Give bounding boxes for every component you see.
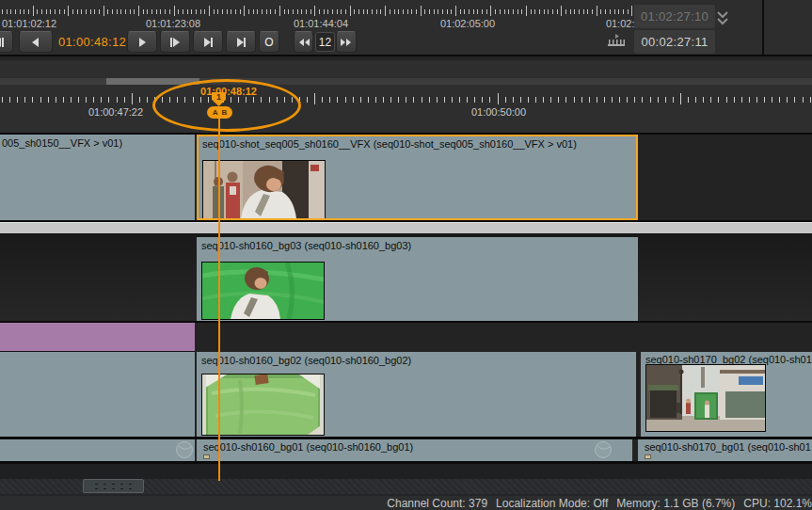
top-ruler-ticks[interactable] [0,6,661,17]
track-separator-band[interactable] [0,222,812,235]
clip-label: seq010-sh0160_bg01 (seq010-sh0160_bg01) [203,441,413,453]
track-v2: seq010-sh0160_bg02 (seq010-sh0160_bg02) [0,352,812,437]
timeline-ruler-label: 01:00:50:00 [458,106,539,118]
step-backwards-icon [297,37,310,48]
step-frames-field[interactable]: 12 [315,32,335,52]
play-icon [135,36,149,49]
clip-sh0170-bg01[interactable]: seq010-sh0170_bg01 (seq010-sh01 [638,439,812,461]
purple-clip[interactable] [0,323,195,352]
top-ruler-label: 01:02:05:00 [426,18,509,29]
clip-label: seq010-sh0170_bg01 (seq010-sh01 [645,441,811,453]
clip-label: seq010-sh0160_bg03 (seq010-sh0160_bg03) [201,240,411,251]
top-ruler-label: 01:01:23:08 [132,18,215,29]
clip-effect-icon [175,440,194,459]
next-edit-icon [201,36,215,49]
go-to-end-button[interactable] [226,31,256,53]
clip-sh0160-vfx-selected[interactable]: seq010-shot_seq005_sh0160__VFX (seq010-s… [197,135,638,220]
clip-thumbnail-street-boy [202,160,326,219]
localization-mode-status: Localization Mode: Off [496,497,608,510]
secondary-timecode[interactable]: 01:02:27:10 [634,5,715,28]
clip-tail[interactable] [0,352,195,437]
memory-status: Memory: 1.1 GB (6.7%) [616,497,735,510]
play-backwards-icon [29,36,42,49]
clip-label: seq010-shot_seq005_sh0160__VFX (seq010-s… [202,138,577,150]
playhead-line[interactable] [218,106,220,481]
toolbar-divider [762,0,764,55]
step-forwards-button[interactable] [336,31,357,53]
timeline-ruler-label: 01:00:47:22 [75,106,156,118]
annotation-ellipse [152,79,301,132]
clip-marker-icon [645,454,651,459]
track-v3: seq010-sh0160_bg03 (seq010-sh0160_bg03) [0,235,812,321]
play-from-in-button[interactable] [160,31,190,53]
clip-sh0160-bg03[interactable]: seq010-sh0160_bg03 (seq010-sh0160_bg03) [197,237,638,321]
go-to-end-icon [234,36,247,49]
timeline-window: 01:01:02:12 01:01:23:08 01:01:44:04 01:0… [0,0,812,510]
loop-button[interactable]: O [259,31,279,53]
step-forwards-icon [340,37,353,48]
clip-label: 005_sh0150__VFX > v01) [2,137,122,149]
top-ruler-label: 01:01:44:04 [279,18,362,29]
clip-effect-icon [594,440,613,459]
clip-sh0150-vfx[interactable]: 005_sh0150__VFX > v01) [0,135,195,220]
bottom-scrollbar-handle[interactable] [83,479,144,493]
previous-edit-icon [0,36,5,49]
clip-marker-icon [203,454,210,459]
channel-count-status: Channel Count: 379 [387,497,487,510]
clip-sh0160-bg02[interactable]: seq010-sh0160_bg02 (seq010-sh0160_bg02) [197,352,636,437]
cpu-status: CPU: 102.1% [743,497,812,510]
double-chevron-down-icon[interactable] [716,10,729,31]
clip-tail[interactable] [0,439,195,461]
next-edit-button[interactable] [193,31,223,53]
play-backwards-button[interactable] [19,31,53,53]
timeline-position-icon [607,33,626,52]
clip-thumbnail-street-greenscreen [645,364,766,432]
clip-label: seq010-sh0160_bg02 (seq010-sh0160_bg02) [201,355,411,366]
track-v1: seq010-sh0160_bg01 (seq010-sh0160_bg01) … [0,439,812,461]
scrollbar-grip [92,482,135,490]
timeline-ruler-ticks[interactable] [0,93,812,105]
current-timecode[interactable]: 01:00:48:12 [58,31,126,53]
top-ruler-label: 01:01:02:12 [2,18,56,29]
clip-sh0160-bg01[interactable]: seq010-sh0160_bg01 (seq010-sh0160_bg01) [197,439,632,461]
previous-edit-button[interactable] [0,31,13,53]
duration-timecode[interactable]: 00:02:27:11 [634,30,715,54]
track-purple [0,323,812,352]
step-backwards-button[interactable] [294,31,313,53]
ruler-zone-top [0,56,812,60]
play-from-in-icon [168,36,182,49]
top-toolbar: 01:01:02:12 01:01:23:08 01:01:44:04 01:0… [0,0,812,56]
clip-sh0170-bg02[interactable]: seq010-sh0170_bg02 (seq010-sh01 [641,352,812,437]
bottom-panel [0,464,812,479]
track-v4: 005_sh0150__VFX > v01) seq010-shot_seq00… [0,135,812,220]
status-bar: Channel Count: 379 Localization Mode: Of… [0,496,812,510]
play-button[interactable] [127,31,157,53]
